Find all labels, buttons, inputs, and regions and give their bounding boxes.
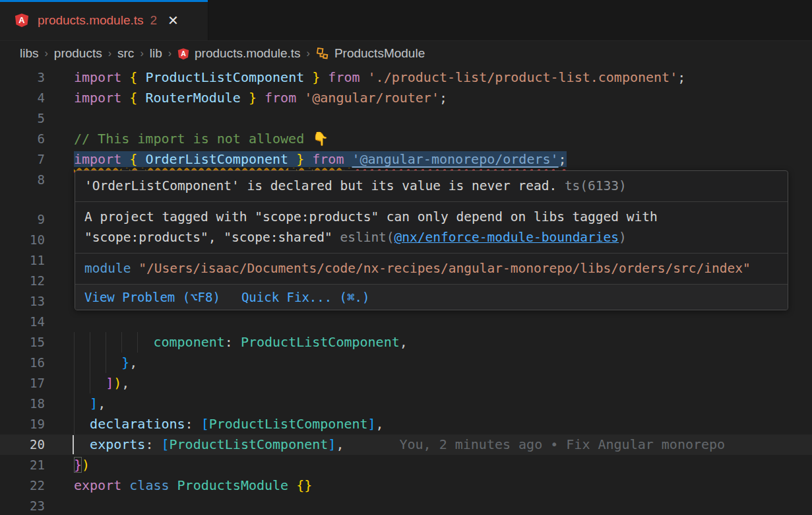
code-line-content: component: ProductListComponent, [74, 332, 812, 353]
code-token: import [74, 151, 121, 167]
breadcrumb-item-symbol[interactable]: ProductsModule [316, 46, 425, 61]
code-line[interactable]: 3import { ProductListComponent } from '.… [0, 67, 812, 88]
code-token [74, 355, 121, 370]
code-line[interactable]: 20 exports: [ProductListComponent],You, … [0, 434, 812, 455]
code-token [74, 334, 153, 350]
indent-guide [90, 373, 90, 394]
ts-error-code: ts(6133) [557, 178, 627, 193]
class-symbol-icon [316, 47, 329, 60]
code-line-content: }, [74, 353, 812, 373]
code-line-content [74, 496, 812, 515]
code-token [74, 395, 90, 411]
code-token: , [98, 395, 106, 411]
code-token: , [336, 436, 344, 452]
code-token: : [225, 334, 241, 350]
code-token: ] [90, 395, 98, 411]
code-line[interactable]: 7import { OrderListComponent } from '@an… [0, 149, 812, 170]
line-number: 11 [0, 250, 74, 271]
code-editor[interactable]: 3import { ProductListComponent } from '.… [0, 66, 812, 515]
code-token [170, 477, 177, 493]
code-token: } [74, 457, 82, 473]
breadcrumb-item-products[interactable]: products [54, 46, 102, 61]
line-number: 5 [0, 108, 74, 129]
code-token: {} [296, 477, 312, 493]
hover-status-bar: View Problem (⌥F8) Quick Fix... (⌘.) [75, 285, 788, 310]
code-token: , [129, 355, 137, 370]
code-line[interactable]: 19 declarations: [ProductListComponent], [0, 414, 812, 434]
code-line[interactable]: 21}) [0, 455, 812, 475]
code-token [121, 477, 129, 493]
indent-guide [74, 353, 75, 373]
code-token [288, 477, 296, 493]
text-cursor [73, 435, 74, 454]
code-token: ProductsModule [177, 477, 289, 493]
line-number: 3 [0, 67, 74, 88]
code-token: , [376, 416, 384, 432]
code-token: ProductListComponent [209, 416, 368, 432]
indent-guide [74, 394, 75, 414]
active-tab-indicator [0, 0, 208, 2]
code-token: : [145, 436, 161, 452]
tab-title: products.module.ts [38, 13, 144, 28]
highlighted-error-span: import { OrderListComponent } from '@ang… [74, 151, 567, 167]
error-hover-popup: 'OrderListComponent' is declared but its… [75, 170, 788, 310]
line-number: 21 [0, 455, 74, 475]
breadcrumb-item-libs[interactable]: libs [20, 46, 39, 61]
code-token: // This import is not allowed 👇 [74, 131, 328, 147]
tab-products-module[interactable]: A products.module.ts 2 ✕ [0, 0, 208, 40]
breadcrumb-separator: › [108, 48, 111, 59]
code-line[interactable]: 22export class ProductsModule {} [0, 475, 812, 496]
code-line[interactable]: 16 }, [0, 353, 812, 373]
git-blame-annotation: You, 2 minutes ago • Fix Angular monorep… [399, 436, 725, 452]
code-line[interactable]: 6// This import is not allowed 👇 [0, 129, 812, 149]
code-token: component [153, 334, 224, 350]
code-line[interactable]: 14 [0, 312, 812, 332]
indent-guide [137, 332, 138, 353]
code-line[interactable]: 15 component: ProductListComponent, [0, 332, 812, 353]
code-line[interactable]: 5 [0, 108, 812, 129]
breadcrumb-item-file[interactable]: A products.module.ts [177, 46, 301, 61]
view-problem-button[interactable]: View Problem (⌥F8) [84, 289, 220, 306]
code-token [137, 90, 145, 106]
code-line[interactable]: 18 ], [0, 394, 812, 414]
ts-diagnostic-message: 'OrderListComponent' is declared but its… [75, 171, 788, 202]
tab-problem-badge: 2 [150, 13, 158, 28]
code-line-content: export class ProductsModule {} [74, 475, 812, 496]
code-line[interactable]: 23 [0, 496, 812, 515]
code-token: OrderListComponent [145, 151, 288, 167]
quick-fix-button[interactable]: Quick Fix... (⌘.) [241, 289, 369, 306]
code-token: ; [559, 151, 567, 167]
breadcrumb-item-src[interactable]: src [117, 46, 134, 61]
code-line[interactable]: 4import { RouterModule } from '@angular/… [0, 88, 812, 108]
code-token: { [129, 151, 137, 167]
line-number: 12 [0, 271, 74, 291]
line-number: 9 [0, 209, 74, 230]
line-number: 13 [0, 291, 74, 312]
code-token [121, 90, 129, 106]
code-token: RouterModule [145, 90, 241, 106]
line-number: 16 [0, 353, 74, 373]
code-line-content: import { ProductListComponent } from './… [74, 67, 812, 88]
code-token: declarations [90, 416, 185, 432]
code-token [137, 151, 145, 167]
breadcrumb-item-lib[interactable]: lib [150, 46, 162, 61]
code-line-content: import { OrderListComponent } from '@ang… [74, 149, 812, 170]
breadcrumb-separator: › [307, 48, 310, 59]
line-number: 22 [0, 475, 74, 496]
code-token: } [121, 355, 129, 370]
breadcrumb: libs › products › src › lib › A products… [0, 41, 812, 66]
line-number: 23 [0, 496, 74, 515]
close-icon[interactable]: ✕ [168, 14, 179, 27]
code-line-content: import { RouterModule } from '@angular/r… [74, 88, 812, 108]
ts-diagnostic-text: 'OrderListComponent' is declared but its… [84, 178, 557, 193]
indent-guide [74, 414, 75, 434]
tab-bar: A products.module.ts 2 ✕ [0, 0, 812, 41]
code-token: '@angular-monorepo/orders' [352, 151, 559, 167]
code-token: ) [113, 375, 121, 391]
code-line[interactable]: 17 ]), [0, 373, 812, 394]
line-number: 20 [0, 434, 74, 455]
code-token: , [121, 375, 129, 391]
breadcrumb-separator: › [45, 48, 48, 59]
code-token: ] [328, 436, 336, 452]
eslint-rule-link[interactable]: @nx/enforce-module-boundaries [394, 230, 619, 245]
